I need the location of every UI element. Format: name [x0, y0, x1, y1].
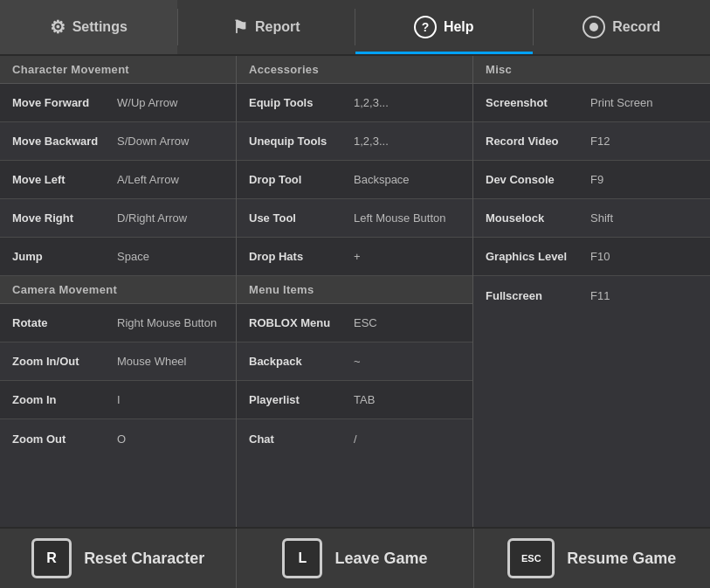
record-icon: [582, 16, 605, 38]
roblox-menu-binding: ESC: [354, 316, 377, 329]
use-tool-label: Use Tool: [249, 211, 354, 225]
move-right-binding: D/Right Arrow: [117, 211, 187, 225]
resume-game-button[interactable]: ESC Resume Game: [474, 529, 710, 588]
right-section: Misc Screenshot Print Screen Record Vide…: [473, 56, 710, 527]
bottom-bar: R Reset Character L Leave Game ESC Resum…: [0, 527, 710, 588]
row-dev-console: Dev Console F9: [473, 161, 710, 199]
move-left-label: Move Left: [12, 173, 117, 186]
row-drop-hats: Drop Hats +: [237, 238, 472, 276]
mouselock-binding: Shift: [590, 211, 613, 225]
report-icon: ⚑: [232, 18, 248, 36]
row-move-left: Move Left A/Left Arrow: [0, 161, 236, 199]
nav-settings-label: Settings: [72, 19, 128, 35]
row-graphics-level: Graphics Level F10: [473, 238, 710, 276]
nav-settings[interactable]: ⚙ Settings: [0, 0, 177, 54]
equip-tools-binding: 1,2,3...: [354, 96, 389, 109]
row-record-video: Record Video F12: [473, 122, 710, 161]
jump-label: Jump: [12, 250, 117, 263]
drop-tool-label: Drop Tool: [249, 173, 354, 186]
equip-tools-label: Equip Tools: [249, 96, 354, 109]
nav-report[interactable]: ⚑ Report: [178, 0, 355, 54]
top-nav: ⚙ Settings ⚑ Report ? Help Record: [0, 0, 710, 56]
zoom-out-label: Zoom Out: [12, 432, 117, 446]
zoom-in-label: Zoom In: [12, 393, 117, 406]
move-forward-binding: W/Up Arrow: [117, 96, 177, 109]
graphics-level-binding: F10: [590, 250, 610, 263]
fullscreen-binding: F11: [590, 289, 610, 302]
record-video-binding: F12: [590, 135, 610, 148]
dev-console-label: Dev Console: [486, 173, 590, 186]
record-video-label: Record Video: [486, 135, 590, 148]
row-screenshot: Screenshot Print Screen: [473, 84, 710, 122]
reset-character-button[interactable]: R Reset Character: [0, 529, 237, 588]
backpack-label: Backpack: [249, 355, 354, 368]
screenshot-label: Screenshot: [486, 96, 590, 109]
use-tool-binding: Left Mouse Button: [354, 211, 446, 225]
left-section: Character Movement Move Forward W/Up Arr…: [0, 56, 237, 527]
row-playerlist: Playerlist TAB: [237, 381, 472, 419]
reset-key-badge: R: [31, 538, 72, 578]
row-backpack: Backpack ~: [237, 342, 472, 381]
chat-label: Chat: [249, 432, 354, 446]
rotate-binding: Right Mouse Button: [117, 316, 217, 329]
row-fullscreen: Fullscreen F11: [473, 276, 710, 315]
row-move-right: Move Right D/Right Arrow: [0, 199, 236, 238]
playerlist-label: Playerlist: [249, 393, 354, 406]
menu-items-header: Menu Items: [237, 276, 472, 304]
row-drop-tool: Drop Tool Backspace: [237, 161, 472, 199]
rotate-label: Rotate: [12, 316, 117, 329]
drop-tool-binding: Backspace: [354, 173, 410, 186]
leave-game-button[interactable]: L Leave Game: [237, 529, 473, 588]
reset-character-label: Reset Character: [84, 550, 204, 568]
row-move-forward: Move Forward W/Up Arrow: [0, 84, 236, 122]
leave-game-label: Leave Game: [334, 550, 427, 568]
camera-movement-header: Camera Movement: [0, 276, 236, 304]
leave-key-badge: L: [282, 538, 322, 578]
row-zoom-inout: Zoom In/Out Mouse Wheel: [0, 342, 236, 381]
playerlist-binding: TAB: [354, 393, 375, 406]
help-icon: ?: [414, 16, 437, 38]
fullscreen-label: Fullscreen: [486, 289, 590, 302]
roblox-menu-label: ROBLOX Menu: [249, 316, 354, 329]
zoom-inout-binding: Mouse Wheel: [117, 355, 186, 368]
resume-game-label: Resume Game: [567, 550, 676, 568]
row-roblox-menu: ROBLOX Menu ESC: [237, 304, 472, 342]
unequip-tools-binding: 1,2,3...: [354, 135, 389, 148]
row-mouselock: Mouselock Shift: [473, 199, 710, 238]
row-jump: Jump Space: [0, 238, 236, 276]
char-movement-header: Character Movement: [0, 56, 236, 84]
nav-report-label: Report: [255, 19, 300, 35]
settings-icon: ⚙: [50, 18, 65, 36]
nav-record[interactable]: Record: [534, 0, 711, 54]
dev-console-binding: F9: [590, 173, 603, 186]
move-backward-label: Move Backward: [12, 135, 117, 148]
nav-help-label: Help: [444, 19, 474, 35]
row-rotate: Rotate Right Mouse Button: [0, 304, 236, 342]
row-move-backward: Move Backward S/Down Arrow: [0, 122, 236, 161]
move-left-binding: A/Left Arrow: [117, 173, 179, 186]
zoom-out-binding: O: [117, 432, 126, 446]
main-content: Character Movement Move Forward W/Up Arr…: [0, 56, 710, 527]
nav-help[interactable]: ? Help: [355, 0, 533, 54]
row-chat: Chat /: [237, 419, 472, 458]
backpack-binding: ~: [354, 355, 361, 368]
move-backward-binding: S/Down Arrow: [117, 135, 189, 148]
nav-record-label: Record: [612, 19, 660, 35]
row-zoom-in: Zoom In I: [0, 381, 236, 419]
misc-header: Misc: [473, 56, 710, 84]
move-right-label: Move Right: [12, 211, 117, 225]
drop-hats-label: Drop Hats: [249, 250, 354, 263]
resume-key-badge: ESC: [507, 538, 555, 578]
screenshot-binding: Print Screen: [590, 96, 653, 109]
move-forward-label: Move Forward: [12, 96, 117, 109]
unequip-tools-label: Unequip Tools: [249, 135, 354, 148]
row-zoom-out: Zoom Out O: [0, 419, 236, 458]
row-equip-tools: Equip Tools 1,2,3...: [237, 84, 472, 122]
drop-hats-binding: +: [354, 250, 361, 263]
jump-binding: Space: [117, 250, 149, 263]
row-unequip-tools: Unequip Tools 1,2,3...: [237, 122, 472, 161]
graphics-level-label: Graphics Level: [486, 250, 590, 263]
mouselock-label: Mouselock: [486, 211, 590, 225]
middle-section: Accessories Equip Tools 1,2,3... Unequip…: [237, 56, 473, 527]
zoom-inout-label: Zoom In/Out: [12, 355, 117, 368]
